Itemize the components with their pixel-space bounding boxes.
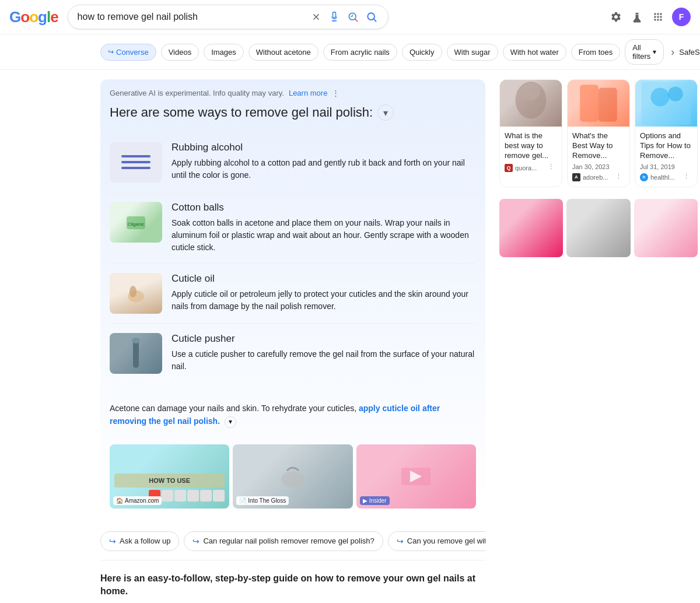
right-column: What is the best way to remove gel... Q … — [499, 79, 698, 603]
filter-chip-from-toes[interactable]: From toes — [571, 44, 621, 61]
adore-more-button[interactable]: ⋮ — [615, 173, 625, 182]
result-cards: What is the best way to remove gel... Q … — [499, 79, 698, 187]
card-body-health: Options and Tips for How to Remove... Ju… — [635, 127, 697, 187]
filter-chip-videos[interactable]: Videos — [161, 44, 200, 61]
quora-favicon: Q — [505, 164, 513, 172]
line-bar-1 — [121, 155, 150, 157]
ai-image-card-amazon[interactable]: HOW TO USE 🏠 Amazon.com — [110, 444, 229, 509]
amazon-text: Amazon.com — [125, 497, 159, 504]
result-card-adore[interactable]: What's the Best Way to Remove... Jan 30,… — [567, 79, 630, 187]
ai-image-label-into-the-gloss: 📄 Into The Gloss — [236, 496, 289, 505]
followup-chip-ask[interactable]: ↪ Ask a follow up — [100, 531, 179, 551]
ai-question-text: Here are some ways to remove gel nail po… — [110, 105, 373, 120]
card-title-health: Options and Tips for How to Remove... — [640, 131, 692, 161]
filter-chip-from-acrylic[interactable]: From acrylic nails — [323, 44, 397, 61]
filter-chip-quickly[interactable]: Quickly — [402, 44, 442, 61]
filter-chip-from-toes-label: From toes — [579, 48, 613, 57]
followup-chip-regular-remover[interactable]: ↪ Can regular nail polish remover remove… — [184, 531, 383, 551]
ask-followup-arrow: ↪ — [109, 537, 116, 546]
filter-chip-with-sugar[interactable]: With sugar — [447, 44, 498, 61]
method-desc-cotton-balls: Soak cotton balls in acetone and place t… — [172, 217, 476, 254]
svg-point-5 — [657, 13, 659, 15]
svg-point-27 — [668, 86, 682, 101]
filter-scroll-right[interactable]: › — [671, 46, 674, 58]
ai-expand-button[interactable]: ▾ — [377, 104, 394, 121]
filter-all-label: All filters — [632, 43, 650, 61]
filter-chip-images[interactable]: Images — [204, 44, 244, 61]
safe-search-label: SafeSearch — [679, 48, 700, 57]
filter-chip-with-hot-water-label: With hot water — [510, 48, 559, 57]
converse-chip-icon: ↪ — [108, 48, 114, 56]
guide-title: Here is an easy-to-follow, step-by-step … — [100, 572, 485, 598]
google-logo[interactable]: Google — [9, 8, 58, 26]
right-col-images — [499, 199, 698, 257]
voice-search-button[interactable] — [327, 10, 341, 24]
settings-button[interactable] — [609, 10, 623, 24]
filter-chip-without-acetone[interactable]: Without acetone — [249, 44, 318, 61]
svg-point-12 — [660, 19, 662, 20]
followup-chip-without-acetone[interactable]: ↪ Can you remove gel without acetone? — [388, 531, 485, 551]
logo-o2: o — [29, 8, 38, 26]
ai-image-card-insider[interactable]: ▶ Insider — [356, 444, 476, 509]
method-content-cuticle-oil: Cuticle oil Apply cuticle oil or petrole… — [172, 273, 476, 314]
filter-chip-with-hot-water[interactable]: With hot water — [503, 44, 566, 61]
header-right: F — [609, 8, 691, 26]
filter-chip-with-sugar-label: With sugar — [454, 48, 491, 57]
card-title-quora: What is the best way to remove gel... — [505, 131, 557, 161]
ai-image-card-into-the-gloss[interactable]: 📄 Into The Gloss — [233, 444, 352, 509]
ai-more-btn[interactable]: ⋮ — [332, 89, 340, 97]
ai-note-text: Acetone can damage your nails and skin. … — [110, 404, 356, 413]
card-meta-health: Jul 31, 2019 — [640, 163, 692, 170]
quora-more-button[interactable]: ⋮ — [548, 163, 557, 173]
card-meta-adore: Jan 30, 2023 — [572, 163, 625, 170]
methods-list: Rubbing alcohol Apply rubbing alcohol to… — [110, 132, 476, 383]
regular-remover-arrow: ↪ — [192, 537, 200, 546]
svg-point-22 — [522, 82, 540, 100]
right-image-3[interactable] — [634, 199, 698, 257]
user-avatar[interactable]: F — [672, 8, 691, 26]
method-item-cotton-balls: Cliganic Cotton balls Soak cotton balls … — [110, 192, 476, 264]
filter-all-button[interactable]: All filters ▾ — [625, 39, 664, 65]
right-image-2[interactable] — [566, 199, 630, 257]
logo-last: e — [50, 8, 58, 26]
followup-bar: ↪ Ask a follow up ↪ Can regular nail pol… — [100, 523, 485, 560]
right-image-1[interactable] — [499, 199, 563, 257]
health-source-text: healthl... — [650, 174, 675, 181]
labs-button[interactable] — [630, 10, 644, 24]
method-desc-cuticle-oil: Apply cuticle oil or petroleum jelly to … — [172, 288, 476, 313]
svg-rect-23 — [580, 85, 598, 122]
method-item-rubbing-alcohol: Rubbing alcohol Apply rubbing alcohol to… — [110, 132, 476, 192]
insider-icon: ▶ — [363, 497, 368, 504]
filter-chip-converse-label: Converse — [116, 48, 149, 57]
svg-point-4 — [654, 13, 656, 15]
filter-chip-converse[interactable]: ↪ Converse — [100, 44, 156, 61]
search-input[interactable] — [78, 12, 305, 22]
search-button[interactable] — [365, 10, 379, 24]
filter-bar: ↪ Converse Videos Images Without acetone… — [0, 34, 700, 70]
filter-all-chevron: ▾ — [653, 48, 656, 56]
ai-note-expand[interactable]: ▾ — [225, 416, 236, 428]
health-more-button[interactable]: ⋮ — [683, 173, 692, 182]
apps-button[interactable] — [651, 10, 665, 24]
lines-icon-inner — [121, 155, 150, 169]
result-card-health[interactable]: Options and Tips for How to Remove... Ju… — [635, 79, 698, 187]
adore-favicon: A — [572, 173, 580, 181]
method-thumb-rubbing-alcohol — [110, 142, 162, 183]
lens-search-button[interactable] — [346, 10, 360, 24]
ai-learn-more-link[interactable]: Learn more — [289, 89, 327, 97]
svg-point-16 — [130, 286, 136, 297]
line-bar-2 — [121, 161, 150, 163]
logo-g: G — [9, 8, 20, 26]
safe-search-button[interactable]: SafeSearch ▾ — [679, 48, 700, 57]
svg-point-7 — [654, 16, 656, 17]
into-gloss-icon: 📄 — [239, 497, 246, 504]
insider-text: Insider — [369, 497, 387, 504]
clear-search-button[interactable] — [310, 10, 323, 23]
ai-image-grid: HOW TO USE 🏠 Amazon.com — [110, 444, 476, 509]
into-gloss-image — [275, 459, 310, 494]
svg-point-10 — [654, 19, 656, 20]
method-content-cotton-balls: Cotton balls Soak cotton balls in aceton… — [172, 202, 476, 254]
result-card-quora[interactable]: What is the best way to remove gel... Q … — [499, 79, 562, 187]
method-desc-cuticle-pusher: Use a cuticle pusher to carefully remove… — [172, 348, 476, 373]
amazon-icon: 🏠 — [116, 497, 123, 504]
